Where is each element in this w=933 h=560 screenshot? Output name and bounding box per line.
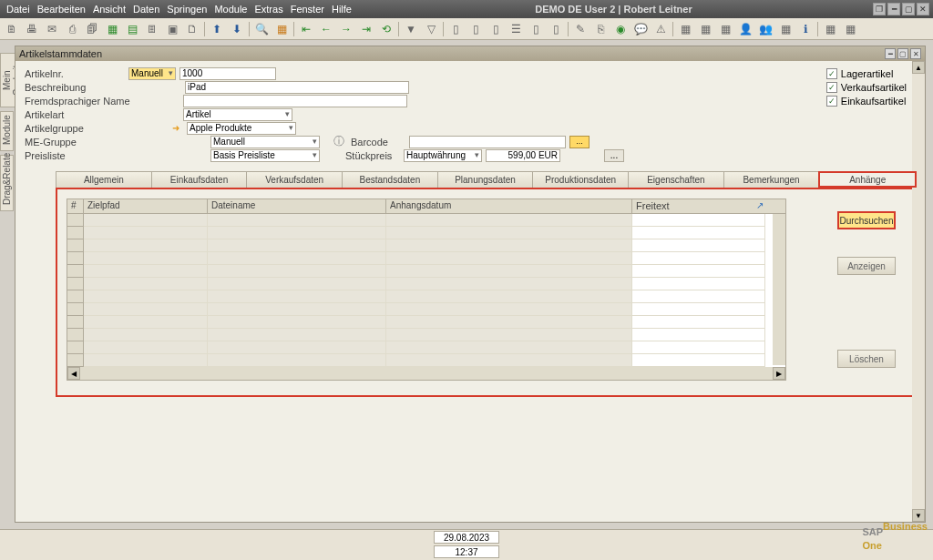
restore-icon[interactable]: ❐	[873, 3, 886, 15]
user-icon[interactable]: 👤	[737, 21, 754, 37]
table-row[interactable]	[67, 341, 785, 354]
new-icon[interactable]: ⬇	[229, 21, 245, 37]
table-row[interactable]	[67, 265, 785, 278]
tab-bestandsdaten[interactable]: Bestandsdaten	[342, 171, 438, 188]
win-maximize-icon[interactable]: ▢	[897, 48, 908, 59]
tab-planungsdaten[interactable]: Planungsdaten	[437, 171, 534, 188]
lager-checkbox[interactable]: ✓	[826, 68, 837, 79]
artikelgruppe-select[interactable]: Apple Produkte	[187, 122, 296, 135]
config-icon[interactable]: ◉	[612, 21, 629, 37]
sms-icon[interactable]: ⎙	[64, 21, 80, 37]
tab-verkaufsdaten[interactable]: Verkaufsdaten	[246, 171, 343, 188]
table-row[interactable]	[67, 227, 785, 239]
users-icon[interactable]: 👥	[757, 21, 774, 37]
find-icon[interactable]: ⬆	[209, 21, 225, 37]
scroll-right-icon[interactable]: ▶	[773, 367, 785, 380]
menu-module[interactable]: Module	[211, 2, 250, 16]
tab-anhaenge[interactable]: Anhänge	[818, 171, 917, 188]
table-row[interactable]	[67, 278, 785, 290]
prev-icon[interactable]: ←	[318, 21, 334, 37]
artikelnr-mode-select[interactable]: Manuell	[128, 67, 176, 80]
tab-produktionsdaten[interactable]: Produktionsdaten	[532, 171, 629, 188]
vscroll-down-icon[interactable]: ▼	[912, 509, 925, 522]
form-icon[interactable]: ▦	[273, 21, 290, 37]
expand-icon[interactable]: ↗	[756, 200, 764, 210]
preview-icon[interactable]: 🗎	[4, 21, 20, 37]
mail-icon[interactable]: ✉	[44, 21, 60, 37]
word-icon[interactable]: ▤	[124, 21, 140, 37]
next-icon[interactable]: →	[338, 21, 354, 37]
table-row[interactable]	[67, 316, 785, 329]
print-icon[interactable]: 🖶	[24, 21, 40, 37]
search-icon[interactable]: 🔍	[253, 21, 270, 37]
beschreibung-input[interactable]	[185, 81, 409, 94]
first-icon[interactable]: ⇤	[298, 21, 314, 37]
doc2-icon[interactable]: ▯	[467, 21, 484, 37]
alert-icon[interactable]: ⚠	[652, 21, 669, 37]
col-freitext[interactable]: Freitext↗	[632, 199, 765, 213]
verkauf-checkbox[interactable]: ✓	[826, 82, 837, 93]
grid-hscroll[interactable]: ◀ ▶	[67, 367, 785, 380]
price-browse-button[interactable]: ...	[604, 149, 624, 162]
table-row[interactable]	[67, 239, 785, 252]
table-row[interactable]	[67, 290, 785, 303]
win-close-icon[interactable]: ✕	[910, 48, 921, 59]
side-tab-module[interactable]: Module	[0, 111, 14, 151]
side-tab-dragrelate[interactable]: Drag&Relate	[0, 155, 14, 211]
calendar-icon[interactable]: ▦	[677, 21, 693, 37]
refresh-icon[interactable]: ⟲	[378, 21, 395, 37]
artikelart-select[interactable]: Artikel	[183, 108, 292, 121]
gantt-icon[interactable]: ☰	[508, 21, 524, 37]
default-icon[interactable]: ▦	[842, 21, 858, 37]
chat-icon[interactable]: 💬	[632, 21, 649, 37]
fax-icon[interactable]: 🗐	[84, 21, 100, 37]
col-dateiname[interactable]: Dateiname	[208, 199, 386, 213]
col-anhangsdatum[interactable]: Anhangsdatum	[386, 199, 632, 213]
menu-bearbeiten[interactable]: Bearbeiten	[35, 2, 88, 16]
info-icon[interactable]: ⓘ	[331, 134, 347, 150]
menu-fenster[interactable]: Fenster	[288, 2, 327, 16]
minimize-icon[interactable]: ━	[887, 3, 900, 15]
menu-ansicht[interactable]: Ansicht	[90, 2, 128, 16]
fremdname-input[interactable]	[183, 95, 407, 107]
help-icon[interactable]: ℹ	[797, 21, 814, 37]
table-row[interactable]	[67, 214, 785, 227]
stueckpreis-input[interactable]	[486, 149, 560, 162]
megruppe-select[interactable]: Manuell	[210, 136, 320, 148]
grid-vscroll[interactable]	[773, 214, 785, 365]
preisliste-select[interactable]: Basis Preisliste	[210, 149, 320, 162]
doc1-icon[interactable]: ▯	[447, 21, 464, 37]
tab-allgemein[interactable]: Allgemein	[56, 171, 152, 188]
table-row[interactable]	[67, 252, 785, 265]
filter-icon[interactable]: ▼	[403, 21, 419, 37]
artikelnr-input[interactable]	[179, 67, 276, 80]
last-icon[interactable]: ⇥	[358, 21, 374, 37]
pick-icon[interactable]: ▦	[697, 21, 713, 37]
loeschen-button[interactable]: Löschen	[837, 350, 896, 368]
doc-icon[interactable]: 🗋	[184, 21, 200, 37]
tab-bemerkungen[interactable]: Bemerkungen	[723, 171, 820, 188]
menu-daten[interactable]: Daten	[130, 2, 162, 16]
translate-icon[interactable]: ⎘	[592, 21, 609, 37]
col-num[interactable]: #	[67, 199, 84, 213]
targetdoc-icon[interactable]: ▯	[548, 21, 564, 37]
barcode-browse-button[interactable]: ...	[569, 136, 590, 148]
scroll-left-icon[interactable]: ◀	[67, 367, 80, 380]
anzeigen-button[interactable]: Anzeigen	[837, 257, 896, 275]
vscroll-up-icon[interactable]: ▲	[912, 61, 925, 74]
basedoc-icon[interactable]: ▯	[528, 21, 544, 37]
win-minimize-icon[interactable]: ━	[885, 48, 896, 59]
col-zielpfad[interactable]: Zielpfad	[84, 199, 208, 213]
einkauf-checkbox[interactable]: ✓	[826, 96, 837, 107]
tab-eigenschaften[interactable]: Eigenschaften	[628, 171, 724, 188]
sort-icon[interactable]: ▽	[423, 21, 439, 37]
menu-hilfe[interactable]: Hilfe	[329, 2, 354, 16]
stueckpreis-currency-select[interactable]: Hauptwährung	[404, 149, 482, 162]
durchsuchen-button[interactable]: Durchsuchen	[837, 211, 896, 229]
table-row[interactable]	[67, 329, 785, 341]
window-vscroll[interactable]: ▲ ▼	[912, 61, 925, 522]
layout-icon[interactable]: ▦	[822, 21, 838, 37]
query-icon[interactable]: ▦	[717, 21, 733, 37]
excel-icon[interactable]: ▦	[104, 21, 120, 37]
maximize-icon[interactable]: ▢	[902, 3, 915, 15]
